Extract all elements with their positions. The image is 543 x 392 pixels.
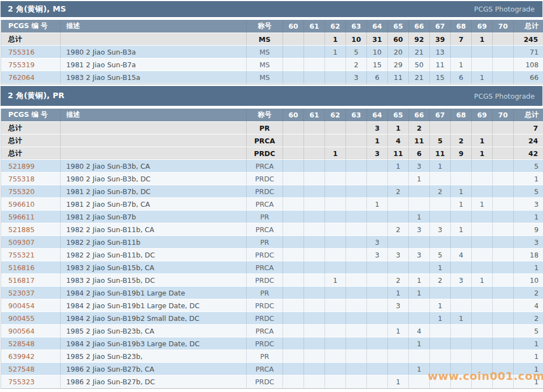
grade-67-cell — [430, 211, 451, 223]
pcgs-number-link[interactable]: 521885 — [8, 225, 35, 234]
designation-cell: PRDC — [247, 337, 283, 350]
col-header-grade: 称号 — [247, 109, 283, 122]
pcgs-number-link[interactable]: 516816 — [8, 264, 35, 272]
table-row: 9004541984 2 Jiao Sun-B19b1 Large Date, … — [1, 299, 543, 312]
designation-cell: PR — [247, 122, 283, 135]
table-row: 5168171983 2 Jiao Sun-B15b, DCPRDC121231… — [1, 274, 543, 287]
grade-68-cell — [451, 46, 472, 58]
pcgs-number-link[interactable]: 755316 — [8, 48, 35, 56]
pcgs-number-link[interactable]: 521899 — [8, 162, 35, 170]
grade-65-cell: 3 — [388, 299, 409, 312]
pcgs-number-cell: 523037 — [1, 287, 61, 299]
pcgs-number-link[interactable]: 516817 — [8, 276, 35, 284]
grade-61-cell — [304, 147, 325, 160]
pcgs-number-link[interactable]: 527548 — [8, 365, 35, 373]
grade-64-cell — [367, 211, 388, 223]
grade-65-cell — [388, 198, 409, 211]
total-row: 总计PRCA141152124 — [1, 135, 543, 147]
grade-62-cell — [325, 58, 346, 71]
table-row: 5275481986 2 Jiao Sun-B27b, CAPRCA11 — [1, 363, 543, 375]
total-cell: 108 — [514, 58, 543, 71]
grade-70-cell — [493, 249, 514, 261]
col-header-grade-65: 65 — [388, 20, 409, 33]
grade-69-cell: 1 — [472, 71, 493, 84]
population-table: PCGS 编 号描述称号6061626364656667686970总计总计MS… — [1, 20, 543, 84]
grade-62-cell: 1 — [325, 46, 346, 58]
pcgs-number-link[interactable]: 755318 — [8, 175, 35, 183]
pcgs-number-link[interactable]: 528548 — [8, 340, 35, 348]
total-cell: 42 — [514, 147, 543, 160]
grade-68-cell — [451, 160, 472, 173]
grade-70-cell — [493, 122, 514, 135]
grade-65-cell — [388, 236, 409, 249]
pcgs-number-cell: 596611 — [1, 211, 61, 223]
coin-description: 1983 2 Jiao Sun-B15b, CA — [61, 261, 247, 274]
coin-description: 1981 2 Jiao Sun-B7b, DC — [61, 185, 247, 198]
table-row: 7553201981 2 Jiao Sun-B7b, DCPRDC2215 — [1, 185, 543, 198]
grade-69-cell — [472, 58, 493, 71]
grade-61-cell — [304, 350, 325, 363]
pcgs-number-link[interactable]: 509307 — [8, 238, 35, 246]
grade-60-cell — [283, 135, 304, 147]
grade-64-cell — [367, 299, 388, 312]
grade-62-cell — [325, 211, 346, 223]
grade-70-cell — [493, 135, 514, 147]
pcgs-number-link[interactable]: 639942 — [8, 352, 35, 361]
pcgs-number-link[interactable]: 523037 — [8, 289, 35, 297]
grade-68-cell — [451, 173, 472, 185]
pcgs-number-link[interactable]: 900455 — [8, 314, 35, 323]
designation-cell: PRDC — [247, 249, 283, 261]
total-cell: 4 — [514, 299, 543, 312]
grade-61-cell — [304, 363, 325, 375]
grade-64-cell — [367, 173, 388, 185]
coin-description: 1982 2 Jiao Sun-B11b — [61, 236, 247, 249]
table-row: 5230371984 2 Jiao Sun-B19b1 Large DatePR… — [1, 287, 543, 299]
pcgs-number-link[interactable]: 762064 — [8, 73, 35, 82]
coin-description: 1980 2 Jiao Sun-B3b, DC — [61, 173, 247, 185]
grade-69-cell — [472, 375, 493, 388]
grade-68-cell — [451, 287, 472, 299]
grade-67-cell — [430, 325, 451, 337]
desc-cell — [61, 147, 247, 160]
grade-69-cell — [472, 160, 493, 173]
grade-60-cell — [283, 236, 304, 249]
total-cell: 10 — [514, 274, 543, 287]
grade-66-cell: 6 — [409, 147, 430, 160]
table-row: 5966111981 2 Jiao Sun-B7bPR11 — [1, 211, 543, 223]
pcgs-number-link[interactable]: 596611 — [8, 213, 35, 221]
grade-68-cell: 1 — [451, 312, 472, 325]
grade-64-cell — [367, 312, 388, 325]
grade-63-cell — [346, 312, 367, 325]
col-header-grade-69: 69 — [472, 20, 493, 33]
grade-63-cell — [346, 122, 367, 135]
grade-65-cell: 11 — [388, 71, 409, 84]
grade-66-cell: 1 — [409, 211, 430, 223]
grade-65-cell: 2 — [388, 223, 409, 236]
grade-67-cell — [430, 122, 451, 135]
col-header-total: 总计 — [514, 109, 543, 122]
grade-68-cell — [451, 363, 472, 375]
grade-62-cell — [325, 261, 346, 274]
total-cell: 245 — [514, 33, 543, 46]
pcgs-number-link[interactable]: 596610 — [8, 200, 35, 208]
grade-67-cell — [430, 236, 451, 249]
grade-68-cell: 9 — [451, 147, 472, 160]
grade-61-cell — [304, 249, 325, 261]
table-row: 7553161980 2 Jiao Sun-B3aMS151020211371 — [1, 46, 543, 58]
table-row: 7553231986 2 Jiao Sun-B27b, DCPRDC11 — [1, 375, 543, 388]
pcgs-number-link[interactable]: 755323 — [8, 378, 35, 386]
coin-description: 1982 2 Jiao Sun-B11b, DC — [61, 249, 247, 261]
grade-62-cell — [325, 363, 346, 375]
pcgs-number-link[interactable]: 900564 — [8, 327, 35, 335]
grade-70-cell — [493, 236, 514, 249]
pcgs-number-link[interactable]: 755319 — [8, 61, 35, 69]
pcgs-number-link[interactable]: 755320 — [8, 187, 35, 196]
col-header-grade-64: 64 — [367, 109, 388, 122]
pcgs-number-link[interactable]: 900454 — [8, 302, 35, 310]
grade-64-cell — [367, 185, 388, 198]
pcgs-number-link[interactable]: 755321 — [8, 251, 35, 259]
grade-70-cell — [493, 33, 514, 46]
grade-69-cell — [472, 350, 493, 363]
grade-66-cell: 21 — [409, 71, 430, 84]
pcgs-number-cell: 521885 — [1, 223, 61, 236]
